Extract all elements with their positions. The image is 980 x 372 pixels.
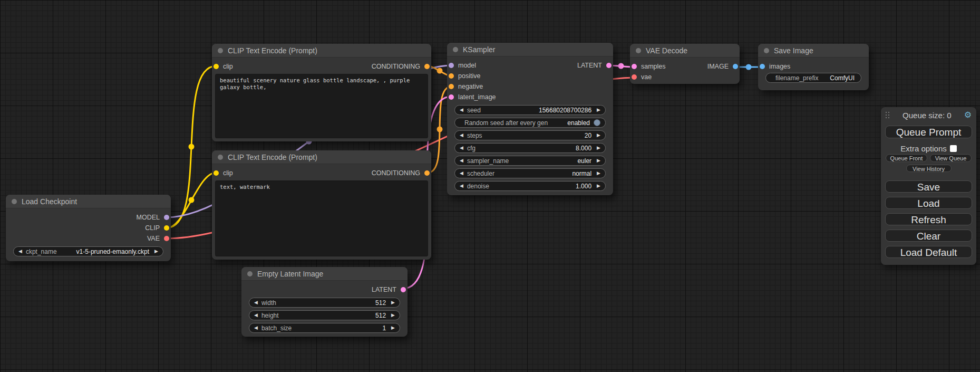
decrement-arrow-icon[interactable]: ◀ — [254, 300, 258, 305]
node-title-bar[interactable]: Empty Latent Image — [241, 267, 407, 281]
port-row-clip-conditioning: clip CONDITIONING — [212, 61, 431, 72]
widget-value: 1 — [382, 325, 386, 332]
widget-value: v1-5-pruned-emaonly.ckpt — [76, 248, 150, 255]
widget-steps[interactable]: ◀ steps 20 ▶ — [454, 130, 606, 140]
positive-input-port[interactable] — [449, 73, 454, 79]
widget-label: cfg — [467, 145, 576, 152]
node-title-bar[interactable]: Load Checkpoint — [6, 195, 171, 208]
node-title-bar[interactable]: CLIP Text Encode (Prompt) — [212, 44, 431, 58]
view-queue-button[interactable]: View Queue — [930, 154, 972, 162]
vae-input-port[interactable] — [632, 74, 637, 80]
widget-batch-size[interactable]: ◀ batch_size 1 ▶ — [249, 323, 400, 333]
node-title-bar[interactable]: CLIP Text Encode (Prompt) — [212, 150, 431, 164]
decrement-arrow-icon[interactable]: ◀ — [460, 133, 463, 138]
node-save-image[interactable]: Save Image images filename_prefix ComfyU… — [758, 44, 869, 90]
widget-sampler-name[interactable]: ◀ sampler_name euler ▶ — [454, 156, 606, 166]
decrement-arrow-icon[interactable]: ◀ — [254, 326, 258, 330]
node-status-dot — [453, 47, 458, 52]
widget-ckpt-name[interactable]: ◀ ckpt_name v1-5-pruned-emaonly.ckpt ▶ — [13, 246, 163, 256]
conditioning-output-port[interactable] — [424, 64, 430, 69]
node-status-dot — [218, 48, 223, 53]
decrement-arrow-icon[interactable]: ◀ — [460, 146, 463, 150]
increment-arrow-icon[interactable]: ▶ — [391, 300, 395, 305]
decrement-arrow-icon[interactable]: ◀ — [460, 108, 463, 112]
model-output-port[interactable] — [164, 215, 169, 220]
increment-arrow-icon[interactable]: ▶ — [597, 184, 600, 188]
node-ksampler[interactable]: KSampler model LATENT positive negative … — [447, 43, 613, 195]
clear-button[interactable]: Clear — [885, 230, 972, 242]
increment-arrow-icon[interactable]: ▶ — [597, 171, 600, 176]
decrement-arrow-icon[interactable]: ◀ — [18, 249, 22, 254]
decrement-arrow-icon[interactable]: ◀ — [460, 184, 463, 188]
node-clip-text-encode-negative[interactable]: CLIP Text Encode (Prompt) clip CONDITION… — [212, 150, 431, 260]
increment-arrow-icon[interactable]: ▶ — [597, 108, 600, 112]
node-title: KSampler — [463, 45, 495, 54]
node-title: CLIP Text Encode (Prompt) — [228, 46, 317, 55]
increment-arrow-icon[interactable]: ▶ — [597, 158, 600, 163]
increment-arrow-icon[interactable]: ▶ — [597, 133, 600, 138]
extra-options-checkbox[interactable] — [950, 145, 957, 152]
increment-arrow-icon[interactable]: ▶ — [597, 146, 600, 150]
widget-filename-prefix[interactable]: filename_prefix ComfyUI — [765, 73, 861, 83]
node-title: Empty Latent Image — [257, 270, 323, 278]
node-empty-latent-image[interactable]: Empty Latent Image LATENT ◀ width 512 ▶ … — [241, 267, 407, 337]
widget-cfg[interactable]: ◀ cfg 8.000 ▶ — [454, 143, 606, 153]
node-title-bar[interactable]: Save Image — [758, 44, 869, 58]
widget-value: normal — [572, 170, 591, 177]
node-title-bar[interactable]: KSampler — [447, 43, 613, 56]
toggle-enabled-icon[interactable] — [594, 119, 600, 126]
vae-output-port[interactable] — [164, 236, 169, 241]
negative-prompt-input[interactable]: text, watermark — [215, 180, 428, 256]
widget-scheduler[interactable]: ◀ scheduler normal ▶ — [454, 168, 606, 178]
latent-image-input-port[interactable] — [449, 94, 454, 100]
settings-gear-icon[interactable]: ⚙ — [964, 111, 972, 119]
increment-arrow-icon[interactable]: ▶ — [391, 313, 395, 318]
queue-small-buttons-row: Queue Front View Queue — [886, 154, 972, 162]
images-input-port[interactable] — [760, 64, 765, 69]
save-button[interactable]: Save — [885, 180, 972, 193]
node-title: VAE Decode — [646, 46, 687, 55]
widget-seed[interactable]: ◀ seed 156680208700286 ▶ — [454, 105, 606, 115]
queue-front-button[interactable]: Queue Front — [886, 154, 927, 162]
load-button[interactable]: Load — [885, 197, 972, 209]
node-vae-decode[interactable]: VAE Decode samples IMAGE vae — [630, 44, 740, 84]
clip-input-port[interactable] — [214, 170, 219, 176]
refresh-button[interactable]: Refresh — [885, 213, 972, 225]
node-clip-text-encode-positive[interactable]: CLIP Text Encode (Prompt) clip CONDITION… — [212, 44, 431, 141]
load-default-button[interactable]: Load Default — [885, 246, 972, 258]
widget-label: ckpt_name — [26, 248, 76, 255]
widget-label: steps — [467, 132, 585, 139]
negative-input-port[interactable] — [449, 84, 454, 89]
decrement-arrow-icon[interactable]: ◀ — [460, 158, 463, 163]
decrement-arrow-icon[interactable]: ◀ — [254, 313, 258, 318]
clip-output-port[interactable] — [164, 225, 169, 231]
image-output-port[interactable] — [733, 64, 738, 69]
queue-menu-panel: Queue size: 0 ⚙ Queue Prompt Extra optio… — [881, 107, 976, 265]
decrement-arrow-icon[interactable]: ◀ — [460, 171, 463, 176]
samples-input-port[interactable] — [632, 64, 637, 69]
latent-output-port[interactable] — [606, 63, 612, 68]
queue-prompt-button[interactable]: Queue Prompt — [885, 126, 972, 138]
widget-value: euler — [577, 157, 591, 165]
widget-denoise[interactable]: ◀ denoise 1.000 ▶ — [454, 181, 606, 191]
widget-label: scheduler — [467, 170, 572, 177]
increment-arrow-icon[interactable]: ▶ — [391, 326, 395, 330]
latent-output-port[interactable] — [401, 287, 406, 292]
widget-height[interactable]: ◀ height 512 ▶ — [249, 310, 400, 320]
extra-options-label: Extra options — [900, 144, 947, 153]
node-title-bar[interactable]: VAE Decode — [630, 44, 740, 58]
view-history-button[interactable]: View History — [906, 165, 952, 172]
drag-handle[interactable] — [886, 112, 890, 119]
node-graph-canvas[interactable]: { "colors": { "model": "#B39DDB", "clip"… — [0, 0, 980, 372]
widget-width[interactable]: ◀ width 512 ▶ — [249, 298, 400, 308]
input-row-negative: negative — [447, 81, 613, 92]
conditioning-output-port[interactable] — [424, 170, 430, 176]
positive-prompt-input[interactable]: beautiful scenery nature glass bottle la… — [215, 74, 428, 138]
widget-random-seed-toggle[interactable]: Random seed after every gen enabled — [454, 118, 606, 128]
increment-arrow-icon[interactable]: ▶ — [154, 249, 158, 254]
queue-size-label: Queue size: 0 — [890, 111, 964, 120]
clip-input-port[interactable] — [214, 64, 219, 69]
node-load-checkpoint[interactable]: Load Checkpoint MODEL CLIP VAE ◀ ckpt_na… — [6, 195, 171, 261]
model-input-port[interactable] — [449, 63, 454, 68]
output-label: CONDITIONING — [372, 63, 431, 70]
